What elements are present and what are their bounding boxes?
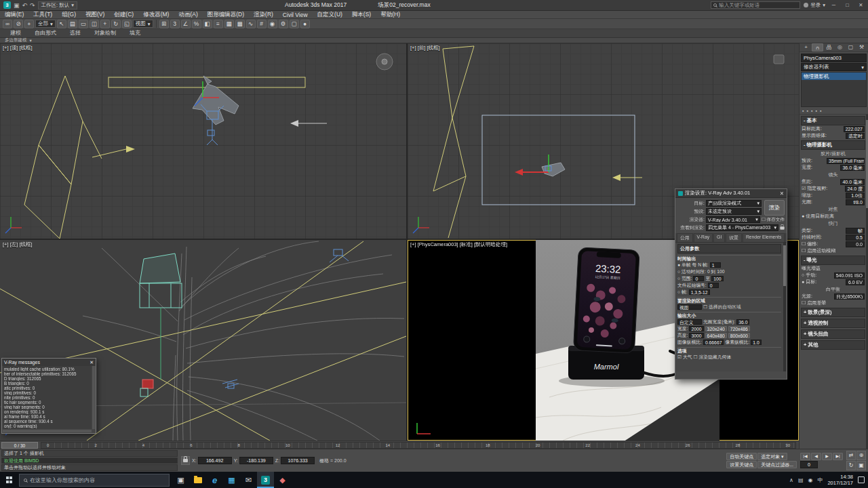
infocenter-search-input[interactable]: 输入关键字或短语 bbox=[711, 1, 800, 9]
x-value[interactable]: 166.492 bbox=[198, 457, 232, 464]
render-parameter-row[interactable]: 选项 bbox=[677, 347, 781, 354]
playback-button[interactable]: ▶ bbox=[822, 453, 832, 460]
ribbon-tab[interactable]: 选择 bbox=[63, 28, 87, 37]
parameter-row[interactable]: + 透视控制 bbox=[801, 319, 865, 328]
close-icon[interactable]: ✕ bbox=[90, 360, 94, 365]
parameter-row[interactable]: 宽度: 36.0 毫米 bbox=[801, 164, 865, 171]
render-parameter-row[interactable]: 要渲染的区域 bbox=[677, 297, 781, 304]
mail-icon[interactable]: ✉ bbox=[240, 472, 257, 488]
menu-item[interactable]: Civil View bbox=[278, 12, 313, 18]
parameter-row[interactable]: 目标距离: 222.027 bbox=[801, 125, 865, 132]
viewcube-icon[interactable] bbox=[376, 54, 393, 70]
viewport-nav-button[interactable]: ↻ bbox=[846, 461, 856, 470]
rectangular-selection-region-icon[interactable]: ▭ bbox=[79, 20, 88, 28]
preset-size-button[interactable]: 320x240 bbox=[705, 326, 727, 331]
render-parameter-row[interactable]: ● 单帧 每 N 帧: 1 bbox=[677, 262, 781, 268]
parameter-row[interactable]: 快门 bbox=[801, 220, 865, 227]
messages-title-bar[interactable]: V-Ray messages ✕ bbox=[2, 359, 96, 366]
render-parameter-row[interactable]: 高度: 3000 640x480 800x600 bbox=[677, 332, 781, 339]
parameter-row[interactable]: 类型: 帧 bbox=[801, 227, 865, 234]
menu-item[interactable]: 图形编辑器(D) bbox=[203, 11, 249, 19]
tray-icon[interactable]: ▤ bbox=[798, 477, 804, 483]
row-value[interactable]: 2000 bbox=[689, 326, 703, 331]
taskbar-clock[interactable]: 14:38 2017/12/17 bbox=[827, 474, 853, 486]
ribbon-tab[interactable]: 对象绘制 bbox=[87, 28, 123, 37]
menu-item[interactable]: 修改器(M) bbox=[138, 11, 174, 19]
viewport-nav-button[interactable]: ⊕ bbox=[856, 451, 866, 460]
vertical-scrollbar[interactable] bbox=[92, 366, 95, 429]
menu-item[interactable]: 编辑(E) bbox=[0, 11, 28, 19]
preset-dropdown[interactable]: 未选定预设▾ bbox=[706, 208, 762, 215]
menu-item[interactable]: 组(G) bbox=[57, 11, 81, 19]
time-slider-handle[interactable]: 0 / 30 bbox=[1, 442, 38, 449]
select-and-move-icon[interactable]: + bbox=[100, 20, 110, 28]
current-frame-field[interactable]: 0 bbox=[800, 461, 818, 468]
parameter-value[interactable]: 日光(6500K) bbox=[834, 293, 865, 300]
parameter-row[interactable]: 缩放: 1.0倍 bbox=[801, 192, 865, 199]
action-center-icon[interactable] bbox=[858, 476, 865, 483]
tray-icon[interactable]: 中 bbox=[817, 476, 823, 484]
parameter-row[interactable]: ○ 手动: 540.091 ISO bbox=[801, 272, 865, 279]
rendered-frame-window-icon[interactable]: ▢ bbox=[290, 20, 299, 28]
parameter-value[interactable]: 24.0 度 bbox=[845, 186, 865, 192]
tray-icon[interactable]: ∧ bbox=[789, 477, 793, 483]
parameter-row[interactable]: 镜头 bbox=[801, 171, 865, 178]
render-parameter-row[interactable]: 文件起始编号: 0 bbox=[677, 282, 781, 289]
viewport-label[interactable]: [+] [顶] [线框] bbox=[3, 45, 33, 52]
menu-item[interactable]: 脚本(S) bbox=[347, 11, 376, 19]
parameter-row[interactable]: 光圈: f/8.0 bbox=[801, 199, 865, 205]
select-and-rotate-icon[interactable]: ↻ bbox=[111, 20, 121, 28]
parameter-row[interactable]: ● 使用目标距离 bbox=[801, 213, 865, 220]
render-dialog-tab[interactable]: 公用 bbox=[677, 233, 693, 242]
coordinate-display-z[interactable]: Z: 1076.333 bbox=[275, 457, 315, 464]
viewport-label[interactable]: [+] [前] [线框] bbox=[410, 45, 440, 52]
parameter-row[interactable]: - 基本 bbox=[801, 116, 865, 125]
save-file-checkbox[interactable]: ☐ 保存文件 bbox=[762, 217, 785, 223]
row-dropdown[interactable]: 自定义 bbox=[677, 319, 702, 325]
parameter-row[interactable]: + 其他 bbox=[801, 340, 865, 350]
hierarchy-tab-icon[interactable]: 品 bbox=[824, 43, 834, 52]
display-tab-icon[interactable]: ▢ bbox=[846, 43, 856, 52]
row-value[interactable]: 1,3,5-12 bbox=[689, 289, 710, 295]
row-value-2[interactable]: 1 bbox=[710, 262, 721, 268]
viewcube-icon[interactable] bbox=[774, 55, 784, 64]
auto-key-button[interactable]: 自动关键点 bbox=[726, 453, 757, 460]
parameter-value[interactable]: 36.0 毫米 bbox=[840, 165, 865, 171]
select-by-name-icon[interactable]: ▤ bbox=[68, 20, 77, 28]
window-control-button[interactable]: ✕ bbox=[856, 1, 866, 9]
render-parameter-row[interactable]: 视图 ☐ 选择的自动区域 bbox=[677, 304, 781, 310]
angle-snap-icon[interactable]: ∠ bbox=[181, 20, 191, 28]
parameter-row[interactable]: 光源: 日光(6500K) bbox=[801, 293, 865, 300]
parameter-row[interactable]: 持续时间: 0.5 bbox=[801, 234, 865, 241]
ribbon-tab[interactable]: 填充 bbox=[123, 28, 147, 37]
menu-item[interactable]: 创建(C) bbox=[109, 11, 138, 19]
renderer-dropdown[interactable]: V-Ray Adv 3.40.01▾ bbox=[706, 216, 760, 223]
redo-icon[interactable]: ↷ bbox=[30, 2, 35, 9]
preset-size-button[interactable]: 800x600 bbox=[728, 333, 750, 338]
render-parameter-row[interactable]: ○ 帧: 1,3,5-12 bbox=[677, 289, 781, 296]
select-and-link-icon[interactable]: ∞ bbox=[3, 20, 12, 28]
parameter-value[interactable]: 0.5 bbox=[846, 235, 865, 241]
parameter-value[interactable]: 选定时 bbox=[846, 133, 865, 139]
viewport-nav-button[interactable]: ⇄ bbox=[846, 451, 856, 460]
parameter-row[interactable]: 胶片/摄影机 bbox=[801, 150, 865, 157]
parameter-row[interactable]: 焦距: 40.0 毫米 bbox=[801, 178, 865, 185]
render-parameter-row[interactable]: 输出大小 bbox=[677, 312, 781, 319]
schematic-view-icon[interactable]: # bbox=[257, 20, 267, 28]
render-button[interactable]: 渲染 bbox=[764, 200, 785, 216]
render-parameter-row[interactable]: 宽度: 2000 320x240 720x486 bbox=[677, 325, 781, 332]
3dsmax-taskbar-icon[interactable]: 3 bbox=[257, 472, 274, 488]
reference-coordinate-dropdown[interactable]: 视图 ▾ bbox=[133, 20, 153, 28]
parameter-value[interactable]: 222.027 bbox=[844, 126, 865, 132]
modifier-stack[interactable]: 物理摄影机 bbox=[801, 72, 867, 107]
parameter-row[interactable]: 显示圆锥体: 选定时 bbox=[801, 132, 865, 139]
bind-to-space-warp-icon[interactable]: ⌖ bbox=[24, 20, 34, 28]
create-tab-icon[interactable]: + bbox=[801, 43, 811, 52]
percent-snap-icon[interactable]: % bbox=[192, 20, 201, 28]
select-and-scale-icon[interactable]: ◱ bbox=[122, 20, 132, 28]
coordinate-display-x[interactable]: X: 166.492 bbox=[192, 457, 232, 464]
render-parameter-row[interactable]: 自定义 光圈宽度(毫米): 36.0 bbox=[677, 319, 781, 325]
parameter-value[interactable]: 540.091 ISO bbox=[834, 272, 865, 279]
photos-icon[interactable]: ◆ bbox=[274, 472, 291, 488]
workspace-selector[interactable]: 工作区: 默认 ▾ bbox=[38, 1, 77, 9]
